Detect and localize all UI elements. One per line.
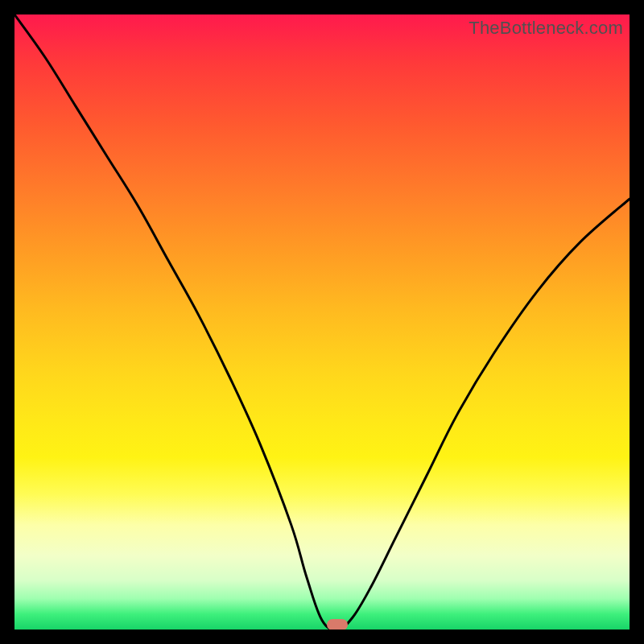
plot-area: TheBottleneck.com: [14, 14, 630, 630]
chart-stage: TheBottleneck.com: [0, 0, 644, 644]
bottleneck-curve: [14, 14, 630, 630]
curve-path: [14, 14, 630, 630]
optimal-point-marker: [327, 619, 348, 630]
